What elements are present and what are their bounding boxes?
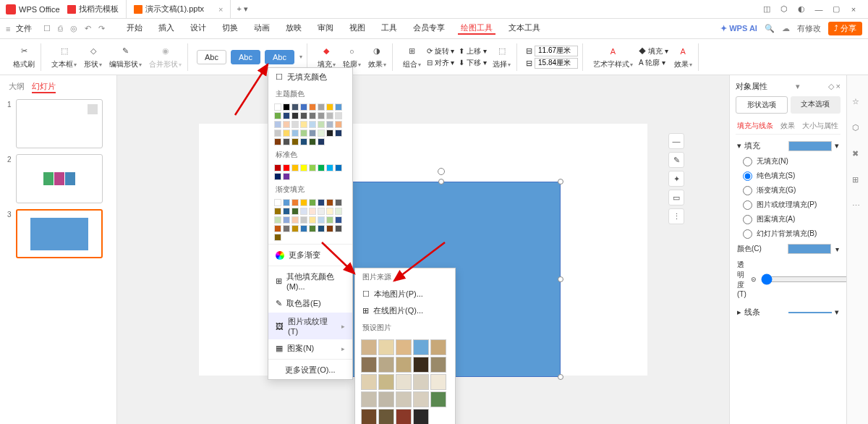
color-swatch[interactable] bbox=[274, 173, 281, 180]
color-swatch[interactable] bbox=[300, 199, 307, 206]
color-swatch[interactable] bbox=[396, 391, 412, 407]
more-settings-item[interactable]: 更多设置(O)... bbox=[268, 361, 352, 379]
color-swatch[interactable] bbox=[361, 357, 377, 373]
width-input[interactable] bbox=[535, 46, 578, 56]
avatar-icon[interactable]: ◐ bbox=[793, 4, 810, 14]
fill-color-swatch[interactable] bbox=[788, 141, 832, 151]
merge-shapes-button[interactable]: ◉合并形状▾ bbox=[148, 45, 183, 69]
color-swatch[interactable] bbox=[378, 409, 394, 424]
color-swatch[interactable] bbox=[309, 138, 316, 145]
sparkle-icon[interactable]: ✦ bbox=[668, 171, 684, 187]
pattern-item[interactable]: ▦图案(N)▸ bbox=[268, 339, 352, 357]
tab-transition[interactable]: 切换 bbox=[219, 22, 241, 35]
color-swatch[interactable] bbox=[274, 216, 281, 224]
color-swatch[interactable] bbox=[326, 199, 333, 206]
assistant-icon[interactable]: ☆ bbox=[852, 97, 864, 109]
pattern-fill-radio[interactable]: 图案填充(A) bbox=[736, 212, 841, 226]
color-swatch[interactable] bbox=[283, 225, 290, 232]
color-swatch[interactable] bbox=[309, 164, 316, 171]
color-swatch[interactable] bbox=[274, 208, 281, 215]
align-button[interactable]: ⊟ 对齐 ▾ bbox=[427, 58, 455, 68]
color-swatch[interactable] bbox=[430, 374, 446, 390]
color-swatch[interactable] bbox=[378, 357, 394, 373]
color-swatch[interactable] bbox=[413, 391, 429, 407]
doc-tab-presentation[interactable]: 演示文稿(1).pptx × bbox=[127, 0, 231, 18]
color-swatch[interactable] bbox=[335, 112, 342, 119]
color-swatch[interactable] bbox=[413, 357, 429, 373]
color-swatch[interactable] bbox=[326, 130, 333, 137]
color-swatch[interactable] bbox=[300, 138, 307, 145]
color-swatch[interactable] bbox=[309, 112, 316, 119]
color-swatch[interactable] bbox=[413, 409, 429, 424]
local-picture-item[interactable]: ☐本地图片(P)... bbox=[355, 286, 455, 302]
add-tab-button[interactable]: + ▾ bbox=[231, 4, 253, 14]
color-swatch[interactable] bbox=[309, 199, 316, 206]
undo-icon[interactable]: ↶ bbox=[85, 24, 91, 33]
print-icon[interactable]: ⎙ bbox=[58, 24, 63, 33]
preview-icon[interactable]: ◎ bbox=[70, 24, 77, 33]
color-swatch[interactable] bbox=[396, 357, 412, 373]
color-swatch[interactable] bbox=[326, 225, 333, 232]
color-swatch[interactable] bbox=[318, 103, 325, 111]
color-swatch[interactable] bbox=[300, 103, 307, 111]
cube-icon[interactable]: ◫ bbox=[758, 4, 775, 14]
shapes-button[interactable]: ◇形状▾ bbox=[82, 45, 103, 69]
color-swatch[interactable] bbox=[318, 164, 325, 171]
style-preset-1[interactable]: Abc bbox=[197, 50, 226, 64]
color-swatch[interactable] bbox=[283, 138, 290, 145]
resize-handle[interactable] bbox=[558, 374, 563, 380]
pencil-icon[interactable]: ✎ bbox=[668, 152, 684, 168]
tab-tools[interactable]: 工具 bbox=[378, 22, 400, 35]
color-swatch[interactable] bbox=[318, 216, 325, 224]
resize-handle[interactable] bbox=[558, 276, 563, 282]
color-swatch[interactable] bbox=[396, 409, 412, 424]
hex-icon[interactable]: ⬡ bbox=[775, 4, 793, 14]
wps-ai-button[interactable]: ✦ WPS AI bbox=[720, 24, 757, 33]
color-swatch[interactable] bbox=[292, 103, 299, 111]
color-swatch[interactable] bbox=[274, 121, 281, 128]
rotate-handle[interactable] bbox=[438, 168, 445, 175]
color-swatch[interactable] bbox=[335, 208, 342, 215]
minus-icon[interactable]: — bbox=[668, 133, 684, 149]
tab-home[interactable]: 开始 bbox=[124, 22, 145, 35]
rect-icon[interactable]: ▭ bbox=[668, 190, 684, 205]
shape-options-tab[interactable]: 形状选项 bbox=[736, 96, 788, 114]
library-icon[interactable]: ⊞ bbox=[852, 175, 864, 187]
share-button[interactable]: ⤴ 分享 bbox=[828, 22, 862, 35]
color-swatch[interactable] bbox=[274, 112, 281, 119]
color-picker[interactable] bbox=[788, 244, 831, 254]
color-swatch[interactable] bbox=[396, 339, 412, 355]
color-swatch[interactable] bbox=[335, 199, 342, 206]
color-swatch[interactable] bbox=[283, 216, 290, 224]
color-swatch[interactable] bbox=[318, 208, 325, 215]
color-swatch[interactable] bbox=[378, 391, 394, 407]
edit-shape-button[interactable]: ✎编辑形状▾ bbox=[108, 45, 143, 69]
tab-drawing-tools[interactable]: 绘图工具 bbox=[458, 22, 495, 35]
text-fill-button[interactable]: ◆ 填充 ▾ bbox=[639, 46, 668, 56]
color-swatch[interactable] bbox=[283, 103, 290, 111]
color-swatch[interactable] bbox=[292, 121, 299, 128]
outline-tab[interactable]: 大纲 bbox=[9, 81, 25, 93]
chevron-right-icon[interactable]: ▸ bbox=[737, 308, 741, 317]
textbox-button[interactable]: ⬚文本框▾ bbox=[50, 45, 78, 69]
slide-thumb-2[interactable] bbox=[16, 154, 103, 203]
effects-button[interactable]: ◑效果▾ bbox=[367, 45, 388, 69]
search-icon[interactable]: 🔍 bbox=[765, 24, 775, 33]
select-button[interactable]: ⬚选择▾ bbox=[491, 45, 512, 69]
color-swatch[interactable] bbox=[300, 208, 307, 215]
redo-icon[interactable]: ↷ bbox=[98, 24, 105, 33]
color-swatch[interactable] bbox=[361, 374, 377, 390]
color-swatch[interactable] bbox=[378, 339, 394, 355]
size-subtab[interactable]: 大小与属性 bbox=[802, 121, 838, 131]
color-swatch[interactable] bbox=[326, 121, 333, 128]
color-swatch[interactable] bbox=[309, 225, 316, 232]
close-button[interactable]: × bbox=[845, 5, 862, 14]
color-swatch[interactable] bbox=[274, 164, 281, 171]
color-swatch[interactable] bbox=[300, 164, 307, 171]
tab-review[interactable]: 审阅 bbox=[315, 22, 336, 35]
color-swatch[interactable] bbox=[300, 121, 307, 128]
color-swatch[interactable] bbox=[326, 164, 333, 171]
color-swatch[interactable] bbox=[361, 409, 377, 424]
color-swatch[interactable] bbox=[300, 130, 307, 137]
no-fill-item[interactable]: ☐无填充颜色 bbox=[268, 68, 352, 86]
